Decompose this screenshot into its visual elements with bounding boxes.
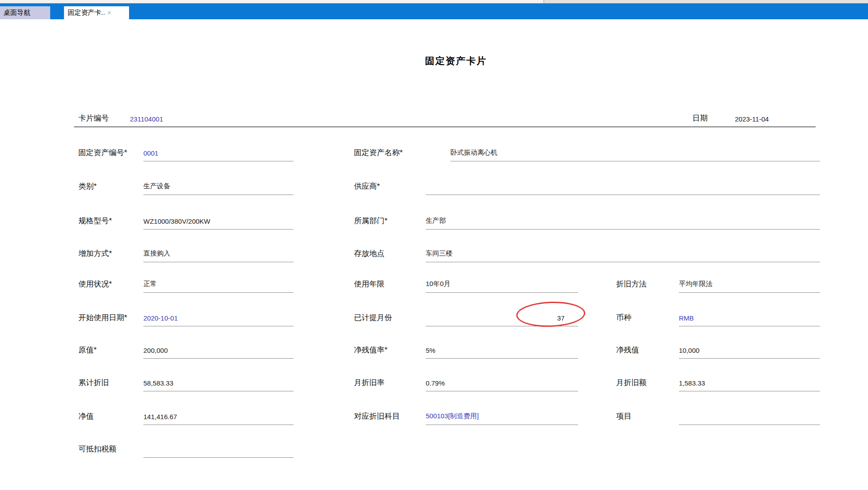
project-input[interactable] [679,402,820,425]
field-currency: 币种 RMB [616,303,820,326]
residual-value-input[interactable]: 10,000 [679,335,820,359]
residual-value-label: 净残值 [616,345,639,355]
field-location: 存放地点 车间三楼 [354,239,820,262]
asset-no-label: 固定资产编号* [78,147,127,158]
accrued-months-label: 已计提月份 [354,312,392,323]
department-input[interactable]: 生产部 [426,206,820,230]
depr-account-input[interactable]: 500103[制造费用] [426,402,578,425]
card-no-value: 231104001 [130,104,220,127]
monthly-depr-rate-label: 月折旧率 [354,377,384,388]
date-label: 日期 [692,113,708,123]
monthly-depr-amount-label: 月折旧额 [616,377,647,388]
monthly-depr-rate-input[interactable]: 0.79% [426,368,578,391]
spec-model-label: 规格型号* [78,216,112,226]
window-top-strip-right [544,0,868,3]
field-supplier: 供应商* [354,172,820,195]
net-value-label: 净值 [78,411,94,421]
usage-status-label: 使用状况* [78,279,112,289]
add-method-label: 增加方式* [78,248,112,259]
field-accum-depreciation: 累计折旧 58,583.33 [78,368,294,391]
residual-rate-input[interactable]: 5% [426,335,578,359]
accum-depreciation-input[interactable]: 58,583.33 [143,368,294,391]
asset-no-input[interactable]: 0001 [143,138,294,161]
field-original-value: 原值* 200,000 [78,335,294,359]
tab-asset-card-label: 固定资产卡.. [68,9,105,17]
card-no-label: 卡片编号 [78,113,109,123]
field-residual-rate: 净残值率* 5% [354,335,578,359]
field-add-method: 增加方式* 直接购入 [78,239,294,262]
depreciation-method-label: 折旧方法 [616,279,647,289]
currency-label: 币种 [616,312,631,323]
field-start-date: 开始使用日期* 2020-10-01 [78,303,294,326]
field-residual-value: 净残值 10,000 [616,335,820,359]
field-asset-name: 固定资产名称* 卧式振动离心机 [354,138,820,161]
asset-name-label: 固定资产名称* [354,147,403,158]
location-label: 存放地点 [354,248,384,259]
usage-status-input[interactable]: 正常 [143,269,294,293]
start-date-label: 开始使用日期* [78,312,127,323]
depr-account-label: 对应折旧科目 [354,411,400,421]
field-depr-account: 对应折旧科目 500103[制造费用] [354,402,578,425]
spec-model-input[interactable]: WZ1000/380V/200KW [143,206,294,230]
supplier-input[interactable] [426,172,820,195]
header-divider [74,126,816,127]
field-project: 项目 [616,402,820,425]
deductible-tax-label: 可抵扣税额 [78,444,117,454]
accum-depreciation-label: 累计折旧 [78,377,109,388]
original-value-label: 原值* [78,345,97,355]
field-deductible-tax: 可抵扣税额 [78,434,294,458]
title-bar [0,4,868,19]
field-category: 类别* 生产设备 [78,172,294,195]
field-depreciation-method: 折旧方法 平均年限法 [616,269,820,293]
useful-life-label: 使用年限 [354,279,384,289]
app-window: 桌面导航 固定资产卡.. × 固定资产卡片 卡片编号 231104001 日期 … [0,0,868,490]
tab-desktop-nav[interactable]: 桌面导航 [0,6,50,19]
field-date: 日期 2023-11-04 [692,104,827,127]
page-title: 固定资产卡片 [0,55,868,67]
asset-name-input[interactable]: 卧式振动离心机 [450,138,820,161]
original-value-input[interactable]: 200,000 [143,335,294,359]
project-label: 项目 [616,411,631,421]
field-spec-model: 规格型号* WZ1000/380V/200KW [78,206,294,230]
field-usage-status: 使用状况* 正常 [78,269,294,293]
tab-asset-card[interactable]: 固定资产卡.. × [64,6,129,19]
net-value-input[interactable]: 141,416.67 [143,402,294,425]
field-asset-no: 固定资产编号* 0001 [78,138,294,161]
date-value: 2023-11-04 [735,104,816,127]
residual-rate-label: 净残值率* [354,345,388,355]
field-net-value: 净值 141,416.67 [78,402,294,425]
field-card-no: 卡片编号 231104001 [78,104,258,127]
add-method-input[interactable]: 直接购入 [143,239,294,262]
field-monthly-depr-amount: 月折旧额 1,583.33 [616,368,820,391]
field-useful-life: 使用年限 10年0月 [354,269,578,293]
department-label: 所属部门* [354,216,388,226]
deductible-tax-input[interactable] [143,434,294,458]
depreciation-method-input[interactable]: 平均年限法 [679,269,820,293]
location-input[interactable]: 车间三楼 [426,239,820,262]
field-monthly-depr-rate: 月折旧率 0.79% [354,368,578,391]
monthly-depr-amount-input[interactable]: 1,583.33 [679,368,820,391]
close-icon[interactable]: × [107,9,111,17]
start-date-input[interactable]: 2020-10-01 [143,303,294,326]
useful-life-input[interactable]: 10年0月 [426,269,578,293]
supplier-label: 供应商* [354,181,380,191]
field-department: 所属部门* 生产部 [354,206,820,230]
tab-desktop-nav-label: 桌面导航 [4,9,30,17]
category-input[interactable]: 生产设备 [143,172,294,195]
currency-input[interactable]: RMB [679,303,820,326]
category-label: 类别* [78,181,97,191]
